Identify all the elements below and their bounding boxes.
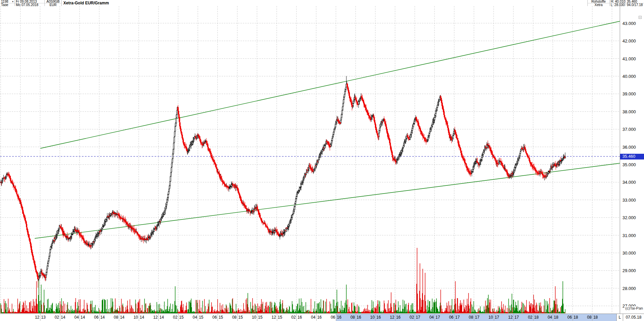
date-month-label: 02 — [287, 315, 296, 320]
date-year-label: 14 — [120, 315, 129, 320]
date-year-label: 17 — [495, 315, 504, 320]
date-year-label: 15 — [179, 315, 188, 320]
date-month-label: 12 — [504, 315, 513, 320]
date-year-label: 18 — [574, 315, 582, 320]
date-to-field[interactable]: Mo 07.05.2018 — [15, 3, 45, 6]
date-month-label: 04 — [307, 315, 316, 320]
date-month-label: 02 — [405, 315, 414, 320]
date-month-label: 10 — [366, 315, 375, 320]
date-tick — [178, 314, 179, 321]
date-year-label: 15 — [199, 315, 207, 320]
price-axis-label: 34.000 — [622, 180, 636, 185]
date-tick — [336, 314, 336, 321]
date-month-label: 10 — [129, 315, 138, 320]
price-axis-label: 33.000 — [622, 198, 636, 203]
date-tick — [553, 314, 553, 321]
date-tick — [218, 314, 218, 321]
date-tick — [415, 314, 415, 321]
currency-label: EUR — [45, 3, 62, 6]
date-year-label: 16 — [357, 315, 365, 320]
date-tick — [296, 314, 297, 321]
date-tick — [434, 314, 435, 321]
price-axis-label: 31.000 — [622, 233, 636, 238]
date-tick — [60, 314, 60, 321]
date-month-label: 06 — [90, 315, 99, 320]
date-month-label: 12 — [31, 315, 39, 320]
date-tick — [494, 314, 494, 321]
date-year-label: 17 — [514, 315, 523, 320]
price-axis-label: 40.000 — [622, 74, 636, 79]
price-axis-label: 37.000 — [622, 127, 636, 132]
collapse-button[interactable]: − — [639, 16, 642, 19]
date-tick — [237, 314, 238, 321]
date-tick — [99, 314, 100, 321]
price-axis-label: 42.000 — [622, 38, 636, 43]
date-tick — [573, 314, 573, 321]
date-month-label: 08 — [464, 315, 473, 320]
date-month-label: 08 — [228, 315, 237, 320]
date-month-label: 06 — [445, 315, 454, 320]
date-year-label: 14 — [80, 315, 89, 320]
date-tick — [454, 314, 455, 321]
price-axis-label: 30.000 — [622, 251, 636, 256]
date-year-label: 18 — [534, 315, 543, 320]
date-tick — [395, 314, 395, 321]
last-price-header: 35.460 — [625, 0, 644, 3]
date-month-label: 04 — [543, 315, 552, 320]
candle-bodies-up — [0, 84, 566, 280]
date-month-label: 08 — [346, 315, 355, 320]
price-axis-label: 28.000 — [622, 286, 636, 291]
date-year-label: 15 — [258, 315, 267, 320]
date-year-label: 17 — [416, 315, 424, 320]
date-tick — [356, 314, 356, 321]
date-month-label: 04 — [70, 315, 79, 320]
period-dropdown[interactable]: Tage ▼ — [0, 3, 15, 6]
date-year-label: 13 — [41, 315, 50, 320]
price-axis-label: 39.000 — [622, 91, 636, 96]
date-year-label: 16 — [396, 315, 405, 320]
date-year-label: 15 — [278, 315, 287, 320]
date-month-label: 12 — [267, 315, 276, 320]
date-year-label: 17 — [455, 315, 464, 320]
price-volume-plot[interactable] — [0, 6, 620, 314]
copyright-label: (c)Tai-Pan — [624, 306, 643, 310]
date-from-field[interactable]: Fr 09.08.2013 — [15, 0, 45, 3]
date-axis-strip[interactable]: 1213021404140614081410141214021504150615… — [0, 314, 644, 321]
trend-channel-lower-line — [35, 163, 620, 238]
date-month-label: 04 — [425, 315, 434, 320]
date-tick — [79, 314, 80, 321]
date-year-label: 14 — [100, 315, 109, 320]
taipan-window: 1198 ▼ Tage ▼ Fr 09.08.2013 Mo 07.05.201… — [0, 0, 644, 321]
date-year-label: 15 — [219, 315, 227, 320]
candle-wicks-up — [1, 76, 565, 281]
date-year-label: 16 — [337, 315, 346, 320]
date-year-label: 16 — [317, 315, 326, 320]
price-axis-label: 29.000 — [622, 268, 636, 273]
date-year-label: 15 — [238, 315, 247, 320]
date-tick — [277, 314, 277, 321]
date-month-label: 12 — [386, 315, 394, 320]
date-tick — [375, 314, 376, 321]
bar-count-value: 1198 — [0, 0, 8, 3]
date-tick — [198, 314, 198, 321]
page-title: Xetra-Gold EUR/Gramm — [62, 0, 587, 6]
extra-value-header: 94.0/17.18 — [625, 3, 644, 6]
price-axis-label: 38.000 — [622, 109, 636, 114]
bar-count-dropdown[interactable]: 1198 ▼ — [0, 0, 15, 3]
last-price-tag: 35.460 — [620, 154, 644, 159]
price-axis-label: 32.000 — [622, 215, 636, 220]
date-month-label: 12 — [149, 315, 158, 320]
date-tick — [119, 314, 119, 321]
date-tick — [533, 314, 534, 321]
chart-canvas[interactable] — [0, 6, 620, 314]
date-tick — [474, 314, 474, 321]
price-axis-label: 43.000 — [622, 21, 636, 26]
price-axis: 35.460 43.00042.00041.00040.00039.00038.… — [620, 6, 644, 314]
date-tick — [316, 314, 317, 321]
date-year-label: 16 — [297, 315, 306, 320]
date-tick — [40, 314, 40, 321]
chart-header: 1198 ▼ Tage ▼ Fr 09.08.2013 Mo 07.05.201… — [0, 0, 644, 6]
date-year-label: 17 — [436, 315, 444, 320]
date-year-label: 14 — [159, 315, 168, 320]
date-month-label: 08 — [583, 315, 591, 320]
